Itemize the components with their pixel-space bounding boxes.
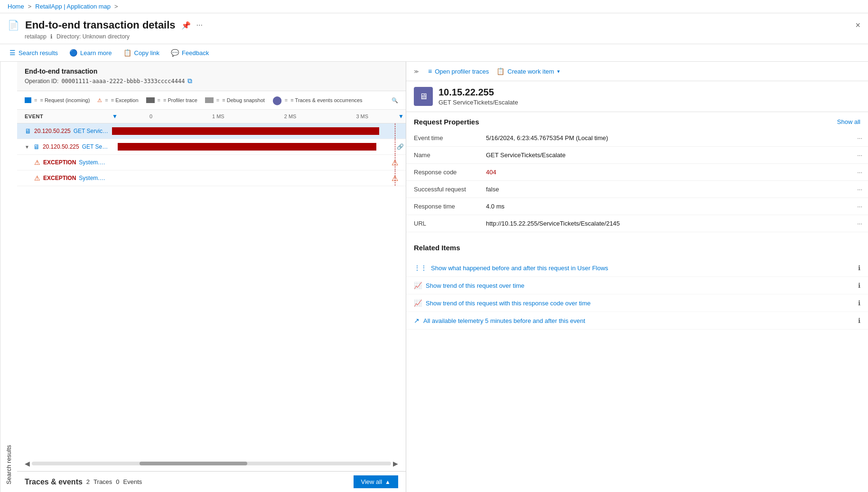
info-icon-telemetry[interactable]: ℹ <box>858 317 860 324</box>
event-row-2[interactable]: ▼ 🖥 20.120.50.225 GET ServiceTickets/Esc… <box>17 139 406 155</box>
legend-request: = = Request (incoming) <box>25 97 90 103</box>
related-items-title: Related Items <box>414 244 460 252</box>
event-bar-area-1 <box>112 123 406 139</box>
search-icon-small[interactable]: 🔍 <box>392 97 398 104</box>
time-3ms: 3 MS <box>352 114 372 119</box>
related-item-text-telemetry: All available telemetry 5 minutes before… <box>423 317 854 324</box>
prop-value-successful: false <box>482 181 849 198</box>
sidebar-tab-search-results[interactable]: Search results <box>0 62 17 492</box>
traces-events-label: Traces & events <box>25 478 83 486</box>
left-panel: End-to-end transaction Operation ID: 000… <box>17 62 406 492</box>
scroll-left-arrow[interactable]: ◀ <box>25 460 30 467</box>
event-bar-1 <box>112 127 379 135</box>
open-profiler-button[interactable]: ≡ Open profiler traces <box>428 67 489 75</box>
ellipsis-icon[interactable]: ··· <box>196 21 203 29</box>
legend-debug-box <box>205 97 214 103</box>
work-item-icon: 📋 <box>496 67 504 75</box>
events-area: 🖥 20.120.50.225 GET ServiceTickets/Esc ▼… <box>17 123 406 458</box>
prop-row-event-time[interactable]: Event time 5/16/2024, 6:23:45.7675354 PM… <box>406 130 868 147</box>
info-icon-trend[interactable]: ℹ <box>858 282 860 289</box>
event-bar-area-2: 🔗 <box>112 139 406 154</box>
main-layout: Search results End-to-end transaction Op… <box>0 62 868 492</box>
prop-menu-response-time[interactable]: ··· <box>849 198 868 215</box>
legend-request-box <box>25 97 31 103</box>
scroll-right-arrow[interactable]: ▶ <box>393 460 398 467</box>
related-item-telemetry[interactable]: ↗ All available telemetry 5 minutes befo… <box>406 312 868 330</box>
profiler-icon: ≡ <box>428 67 432 75</box>
expand-icon-2[interactable]: ▼ <box>25 144 29 150</box>
time-1ms: 1 MS <box>208 114 228 119</box>
breadcrumb-home[interactable]: Home <box>8 3 24 10</box>
filter-icon-left[interactable]: ▼ <box>112 113 118 120</box>
transaction-title: End-to-end transaction <box>25 67 398 75</box>
prop-menu-event-time[interactable]: ··· <box>849 130 868 147</box>
warning-marker-exc1: ⚠ <box>392 158 398 167</box>
prop-menu-url[interactable]: ··· <box>849 215 868 232</box>
event-exception-label-2: EXCEPTION <box>43 175 76 181</box>
related-item-text-trend-code: Show trend of this request with this res… <box>426 300 854 307</box>
link-icon-2[interactable]: 🔗 <box>397 143 404 150</box>
related-item-trend-code[interactable]: 📈 Show trend of this request with this r… <box>406 294 868 312</box>
related-item-trend[interactable]: 📈 Show trend of this request over time ℹ <box>406 277 868 294</box>
pin-icon[interactable]: 📌 <box>181 21 191 30</box>
legend-profiler: = = Profiler trace <box>146 97 197 103</box>
warning-icon-exc1: ⚠ <box>34 159 40 166</box>
selected-request-summary: 🖥 10.15.22.255 GET ServiceTickets/Escala… <box>406 81 868 112</box>
page-header: 📄 End-to-end transaction details 📌 ··· ×… <box>0 13 868 44</box>
list-icon: ☰ <box>9 49 16 57</box>
right-toolbar-expand-icon[interactable]: ≫ <box>414 69 419 74</box>
event-source-1: 20.120.50.225 <box>34 128 71 134</box>
create-work-item-button[interactable]: 📋 Create work item ▾ <box>496 67 560 75</box>
prop-value-response-time: 4.0 ms <box>482 198 849 215</box>
search-results-button[interactable]: ☰ Search results <box>4 46 64 59</box>
event-row-exc1[interactable]: ⚠ EXCEPTION System.Web.HttpExce ⚠ <box>17 155 406 170</box>
right-toolbar: ≫ ≡ Open profiler traces 📋 Create work i… <box>406 62 868 81</box>
legend-debug: = = Debug snapshot <box>205 97 265 103</box>
event-request-icon-2: 🖥 <box>33 143 40 151</box>
breadcrumb-app[interactable]: RetailApp | Application map <box>35 3 111 10</box>
prop-row-successful[interactable]: Successful request false ··· <box>406 181 868 198</box>
event-request-icon-1: 🖥 <box>25 127 31 135</box>
prop-menu-successful[interactable]: ··· <box>849 181 868 198</box>
prop-row-response-time[interactable]: Response time 4.0 ms ··· <box>406 198 868 215</box>
info-icon-trend-code[interactable]: ℹ <box>858 299 860 307</box>
prop-row-name[interactable]: Name GET ServiceTickets/Escalate ··· <box>406 147 868 164</box>
copy-operation-id-icon[interactable]: ⧉ <box>187 77 192 85</box>
copy-link-button[interactable]: 📋 Copy link <box>118 46 165 59</box>
prop-row-url[interactable]: URL http://10.15.22.255/ServiceTickets/E… <box>406 215 868 232</box>
event-row-1[interactable]: 🖥 20.120.50.225 GET ServiceTickets/Esc <box>17 123 406 139</box>
operation-id-value: 00001111-aaaa-2222-bbbb-3333cccc4444 <box>61 78 185 85</box>
prop-row-response-code[interactable]: Response code 404 ··· <box>406 164 868 181</box>
legend-traces: ⬤ = = Traces & events occurrences <box>272 95 363 105</box>
view-all-button[interactable]: View all ▲ <box>354 475 398 488</box>
event-bar-area-exc1: ⚠ <box>112 155 406 170</box>
timeline-header: EVENT ▼ 0 1 MS 2 MS 3 MS ▼ <box>17 110 406 123</box>
show-all-link[interactable]: Show all <box>837 118 860 125</box>
event-exception-label-1: EXCEPTION <box>43 159 76 166</box>
user-flows-icon: ⋮⋮ <box>414 264 427 272</box>
prop-menu-name[interactable]: ··· <box>849 147 868 164</box>
time-labels: 0 1 MS 2 MS 3 MS <box>120 114 398 119</box>
traces-label: Traces <box>93 478 112 485</box>
main-toolbar: ☰ Search results 🔵 Learn more 📋 Copy lin… <box>0 44 868 62</box>
filter-icon-right[interactable]: ▼ <box>398 113 404 120</box>
related-item-user-flows[interactable]: ⋮⋮ Show what happened before and after t… <box>406 259 868 277</box>
request-info-box: 10.15.22.255 GET ServiceTickets/Escalate <box>439 87 518 106</box>
event-bar-area-exc2: ⚠ <box>112 170 406 186</box>
prop-name-name: Name <box>406 147 482 164</box>
info-icon: ℹ <box>50 33 53 40</box>
related-item-text-user-flows: Show what happened before and after this… <box>431 265 854 272</box>
event-row-exc2[interactable]: ⚠ EXCEPTION System.Web.HttpExce ⚠ <box>17 170 406 186</box>
breadcrumb-sep1: > <box>28 3 32 10</box>
event-info-2: ▼ 🖥 20.120.50.225 GET ServiceTickets/Esc <box>17 141 112 152</box>
close-button[interactable]: × <box>855 20 860 30</box>
scroll-track[interactable] <box>32 462 391 465</box>
feedback-button[interactable]: 💬 Feedback <box>165 46 215 59</box>
info-icon-user-flows[interactable]: ℹ <box>858 264 860 272</box>
learn-more-button[interactable]: 🔵 Learn more <box>64 46 117 59</box>
trend-code-icon: 📈 <box>414 299 422 307</box>
legend-traces-icon: ⬤ <box>272 95 282 105</box>
time-0: 0 <box>146 114 156 119</box>
event-info-exc1: ⚠ EXCEPTION System.Web.HttpExce <box>17 157 112 168</box>
prop-menu-response-code[interactable]: ··· <box>849 164 868 181</box>
